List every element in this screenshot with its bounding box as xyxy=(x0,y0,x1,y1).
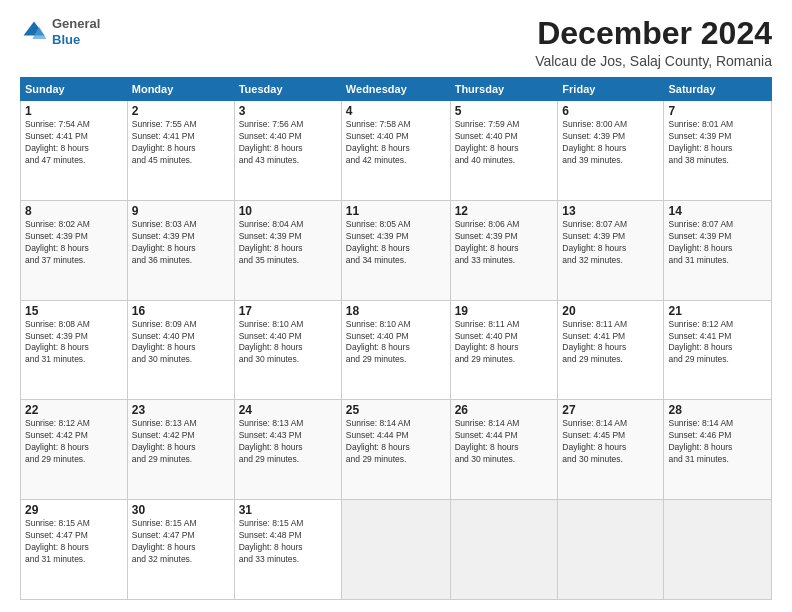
day-number: 2 xyxy=(132,104,230,118)
day-info: Sunrise: 8:06 AM Sunset: 4:39 PM Dayligh… xyxy=(455,219,554,267)
day-cell: 5Sunrise: 7:59 AM Sunset: 4:40 PM Daylig… xyxy=(450,101,558,201)
day-info: Sunrise: 8:10 AM Sunset: 4:40 PM Dayligh… xyxy=(239,319,337,367)
day-cell: 19Sunrise: 8:11 AM Sunset: 4:40 PM Dayli… xyxy=(450,300,558,400)
title-block: December 2024 Valcau de Jos, Salaj Count… xyxy=(535,16,772,69)
col-header-thursday: Thursday xyxy=(450,78,558,101)
day-cell: 17Sunrise: 8:10 AM Sunset: 4:40 PM Dayli… xyxy=(234,300,341,400)
day-info: Sunrise: 8:09 AM Sunset: 4:40 PM Dayligh… xyxy=(132,319,230,367)
day-cell: 31Sunrise: 8:15 AM Sunset: 4:48 PM Dayli… xyxy=(234,500,341,600)
day-cell: 14Sunrise: 8:07 AM Sunset: 4:39 PM Dayli… xyxy=(664,200,772,300)
header: General Blue December 2024 Valcau de Jos… xyxy=(20,16,772,69)
day-number: 16 xyxy=(132,304,230,318)
day-cell: 2Sunrise: 7:55 AM Sunset: 4:41 PM Daylig… xyxy=(127,101,234,201)
day-cell: 16Sunrise: 8:09 AM Sunset: 4:40 PM Dayli… xyxy=(127,300,234,400)
day-number: 6 xyxy=(562,104,659,118)
day-info: Sunrise: 8:07 AM Sunset: 4:39 PM Dayligh… xyxy=(668,219,767,267)
day-cell xyxy=(664,500,772,600)
day-number: 27 xyxy=(562,403,659,417)
calendar-header-row: SundayMondayTuesdayWednesdayThursdayFrid… xyxy=(21,78,772,101)
day-cell: 29Sunrise: 8:15 AM Sunset: 4:47 PM Dayli… xyxy=(21,500,128,600)
day-number: 11 xyxy=(346,204,446,218)
day-number: 4 xyxy=(346,104,446,118)
day-info: Sunrise: 8:11 AM Sunset: 4:41 PM Dayligh… xyxy=(562,319,659,367)
day-number: 31 xyxy=(239,503,337,517)
day-cell: 20Sunrise: 8:11 AM Sunset: 4:41 PM Dayli… xyxy=(558,300,664,400)
week-row-1: 1Sunrise: 7:54 AM Sunset: 4:41 PM Daylig… xyxy=(21,101,772,201)
day-info: Sunrise: 8:02 AM Sunset: 4:39 PM Dayligh… xyxy=(25,219,123,267)
col-header-friday: Friday xyxy=(558,78,664,101)
day-info: Sunrise: 7:59 AM Sunset: 4:40 PM Dayligh… xyxy=(455,119,554,167)
week-row-3: 15Sunrise: 8:08 AM Sunset: 4:39 PM Dayli… xyxy=(21,300,772,400)
day-cell: 11Sunrise: 8:05 AM Sunset: 4:39 PM Dayli… xyxy=(341,200,450,300)
day-cell: 23Sunrise: 8:13 AM Sunset: 4:42 PM Dayli… xyxy=(127,400,234,500)
day-number: 24 xyxy=(239,403,337,417)
day-info: Sunrise: 8:05 AM Sunset: 4:39 PM Dayligh… xyxy=(346,219,446,267)
day-number: 23 xyxy=(132,403,230,417)
day-cell: 10Sunrise: 8:04 AM Sunset: 4:39 PM Dayli… xyxy=(234,200,341,300)
day-cell: 13Sunrise: 8:07 AM Sunset: 4:39 PM Dayli… xyxy=(558,200,664,300)
day-number: 19 xyxy=(455,304,554,318)
day-info: Sunrise: 8:15 AM Sunset: 4:47 PM Dayligh… xyxy=(25,518,123,566)
day-info: Sunrise: 7:58 AM Sunset: 4:40 PM Dayligh… xyxy=(346,119,446,167)
day-cell xyxy=(558,500,664,600)
day-info: Sunrise: 8:13 AM Sunset: 4:42 PM Dayligh… xyxy=(132,418,230,466)
col-header-saturday: Saturday xyxy=(664,78,772,101)
day-cell: 18Sunrise: 8:10 AM Sunset: 4:40 PM Dayli… xyxy=(341,300,450,400)
day-number: 25 xyxy=(346,403,446,417)
day-info: Sunrise: 8:07 AM Sunset: 4:39 PM Dayligh… xyxy=(562,219,659,267)
day-number: 22 xyxy=(25,403,123,417)
day-cell: 7Sunrise: 8:01 AM Sunset: 4:39 PM Daylig… xyxy=(664,101,772,201)
day-info: Sunrise: 8:13 AM Sunset: 4:43 PM Dayligh… xyxy=(239,418,337,466)
day-info: Sunrise: 8:00 AM Sunset: 4:39 PM Dayligh… xyxy=(562,119,659,167)
day-info: Sunrise: 8:01 AM Sunset: 4:39 PM Dayligh… xyxy=(668,119,767,167)
day-info: Sunrise: 8:12 AM Sunset: 4:42 PM Dayligh… xyxy=(25,418,123,466)
day-number: 13 xyxy=(562,204,659,218)
subtitle: Valcau de Jos, Salaj County, Romania xyxy=(535,53,772,69)
day-number: 1 xyxy=(25,104,123,118)
day-cell: 22Sunrise: 8:12 AM Sunset: 4:42 PM Dayli… xyxy=(21,400,128,500)
day-number: 5 xyxy=(455,104,554,118)
day-cell xyxy=(341,500,450,600)
day-info: Sunrise: 8:12 AM Sunset: 4:41 PM Dayligh… xyxy=(668,319,767,367)
day-number: 30 xyxy=(132,503,230,517)
day-info: Sunrise: 8:14 AM Sunset: 4:44 PM Dayligh… xyxy=(346,418,446,466)
day-number: 14 xyxy=(668,204,767,218)
day-number: 10 xyxy=(239,204,337,218)
day-cell: 15Sunrise: 8:08 AM Sunset: 4:39 PM Dayli… xyxy=(21,300,128,400)
main-title: December 2024 xyxy=(535,16,772,51)
day-info: Sunrise: 8:15 AM Sunset: 4:47 PM Dayligh… xyxy=(132,518,230,566)
week-row-4: 22Sunrise: 8:12 AM Sunset: 4:42 PM Dayli… xyxy=(21,400,772,500)
day-cell: 27Sunrise: 8:14 AM Sunset: 4:45 PM Dayli… xyxy=(558,400,664,500)
col-header-monday: Monday xyxy=(127,78,234,101)
day-info: Sunrise: 8:03 AM Sunset: 4:39 PM Dayligh… xyxy=(132,219,230,267)
day-info: Sunrise: 8:04 AM Sunset: 4:39 PM Dayligh… xyxy=(239,219,337,267)
day-number: 28 xyxy=(668,403,767,417)
day-number: 3 xyxy=(239,104,337,118)
day-info: Sunrise: 8:08 AM Sunset: 4:39 PM Dayligh… xyxy=(25,319,123,367)
day-number: 18 xyxy=(346,304,446,318)
day-number: 21 xyxy=(668,304,767,318)
week-row-5: 29Sunrise: 8:15 AM Sunset: 4:47 PM Dayli… xyxy=(21,500,772,600)
day-info: Sunrise: 8:14 AM Sunset: 4:46 PM Dayligh… xyxy=(668,418,767,466)
week-row-2: 8Sunrise: 8:02 AM Sunset: 4:39 PM Daylig… xyxy=(21,200,772,300)
day-cell: 25Sunrise: 8:14 AM Sunset: 4:44 PM Dayli… xyxy=(341,400,450,500)
col-header-tuesday: Tuesday xyxy=(234,78,341,101)
logo: General Blue xyxy=(20,16,100,47)
col-header-wednesday: Wednesday xyxy=(341,78,450,101)
day-info: Sunrise: 7:56 AM Sunset: 4:40 PM Dayligh… xyxy=(239,119,337,167)
col-header-sunday: Sunday xyxy=(21,78,128,101)
logo-icon xyxy=(20,18,48,46)
day-number: 9 xyxy=(132,204,230,218)
day-cell: 26Sunrise: 8:14 AM Sunset: 4:44 PM Dayli… xyxy=(450,400,558,500)
day-cell: 6Sunrise: 8:00 AM Sunset: 4:39 PM Daylig… xyxy=(558,101,664,201)
day-info: Sunrise: 7:54 AM Sunset: 4:41 PM Dayligh… xyxy=(25,119,123,167)
day-cell: 28Sunrise: 8:14 AM Sunset: 4:46 PM Dayli… xyxy=(664,400,772,500)
day-number: 8 xyxy=(25,204,123,218)
day-cell: 21Sunrise: 8:12 AM Sunset: 4:41 PM Dayli… xyxy=(664,300,772,400)
day-number: 26 xyxy=(455,403,554,417)
day-number: 17 xyxy=(239,304,337,318)
day-info: Sunrise: 8:15 AM Sunset: 4:48 PM Dayligh… xyxy=(239,518,337,566)
day-cell: 4Sunrise: 7:58 AM Sunset: 4:40 PM Daylig… xyxy=(341,101,450,201)
day-cell: 3Sunrise: 7:56 AM Sunset: 4:40 PM Daylig… xyxy=(234,101,341,201)
day-info: Sunrise: 8:14 AM Sunset: 4:45 PM Dayligh… xyxy=(562,418,659,466)
